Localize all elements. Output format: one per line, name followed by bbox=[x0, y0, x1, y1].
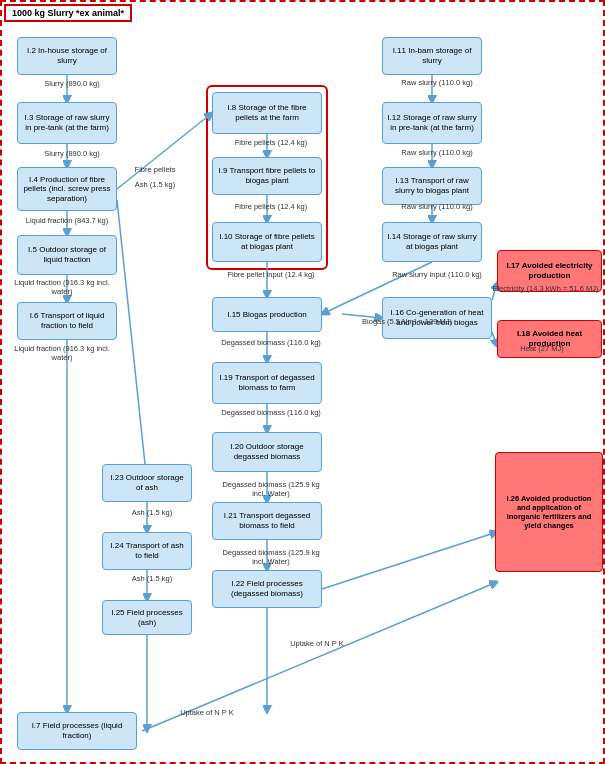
flow-fibre-pellets-3: Fibre pellets (12.4 kg) bbox=[217, 202, 325, 211]
box-i15: I.15 Biogas production bbox=[212, 297, 322, 332]
flow-raw-slurry-2: Raw slurry (110.0 kg) bbox=[387, 148, 487, 157]
flow-slurry-1: Slurry (890.0 kg) bbox=[22, 79, 122, 88]
box-i5: I.5 Outdoor storage of liquid fraction bbox=[17, 235, 117, 275]
box-i6: I.6 Transport of liquid fraction to fiel… bbox=[17, 302, 117, 340]
box-i12: I.12 Storage of raw slurry in pre-tank (… bbox=[382, 102, 482, 144]
flow-degassed-2: Degassed biomass (116.0 kg) bbox=[217, 408, 325, 417]
svg-line-25 bbox=[322, 532, 497, 589]
box-i14: I.14 Storage of raw slurry at biogas pla… bbox=[382, 222, 482, 262]
svg-line-6 bbox=[117, 113, 212, 189]
svg-line-7 bbox=[117, 200, 147, 483]
flow-liquid-2: Liquid fraction (916.3 kg incl. water) bbox=[12, 278, 112, 296]
flow-electricity: Electricity (14.3 kWh = 51.6 MJ) bbox=[488, 284, 603, 293]
flow-liquid-3: Liquid fraction (916.3 kg incl. water) bbox=[12, 344, 112, 362]
flow-heat: Heat (27 MJ) bbox=[502, 344, 582, 353]
flow-degassed-3: Degassed biomass (125.9 kg incl. Water) bbox=[217, 480, 325, 498]
box-i11: I.11 In-barn storage of slurry bbox=[382, 37, 482, 75]
flow-degassed-1: Degassed biomass (116.0 kg) bbox=[217, 338, 325, 347]
box-i26: I.26 Avoided production and application … bbox=[495, 452, 603, 572]
flow-npk-2: Uptake of N P K bbox=[142, 708, 272, 717]
box-i8: I.8 Storage of the fibre pellets at the … bbox=[212, 92, 322, 134]
box-i10: I.10 Storage of fibre pellets at biogas … bbox=[212, 222, 322, 262]
box-i19: I.19 Transport of degassed biomass to fa… bbox=[212, 362, 322, 404]
flow-ash-label: Ash (1.5 kg) bbox=[120, 180, 190, 189]
box-i20: I.20 Outdoor storage degassed biomass bbox=[212, 432, 322, 472]
flow-ash-2: Ash (1.5 kg) bbox=[108, 508, 196, 517]
flow-liquid-1: Liquid fraction (843.7 kg) bbox=[17, 216, 117, 225]
box-i23: I.23 Outdoor storage of ash bbox=[102, 464, 192, 502]
box-i24: I.24 Transport of ash to field bbox=[102, 532, 192, 570]
flow-degassed-4: Degassed biomass (125.9 kg incl. Water) bbox=[217, 548, 325, 566]
diagram-container: 1000 kg Slurry *ex animal* bbox=[0, 0, 605, 764]
box-i22: I.22 Field processes (degassed biomass) bbox=[212, 570, 322, 608]
flow-raw-slurry-4: Raw slurry input (110.0 kg) bbox=[387, 270, 487, 279]
box-i3: I.3 Storage of raw slurry in pre-tank (a… bbox=[17, 102, 117, 144]
flow-fibre-pellets-2: Fibre pellets (12.4 kg) bbox=[217, 138, 325, 147]
flow-fibre-pellets-4: Fibre pellet input (12.4 kg) bbox=[217, 270, 325, 279]
flow-biogas: Biogas (5.5 Nm³ = 129 MJ) bbox=[342, 317, 472, 326]
box-i9: I.9 Transport fibre pellets to biogas pl… bbox=[212, 157, 322, 195]
box-i25: I.25 Field processes (ash) bbox=[102, 600, 192, 635]
flow-slurry-2: Slurry (890.0 kg) bbox=[22, 149, 122, 158]
flow-fibre-pellets: Fibre pellets bbox=[120, 165, 190, 174]
box-i13: I.13 Transport of raw slurry to biogas p… bbox=[382, 167, 482, 205]
diagram-title: 1000 kg Slurry *ex animal* bbox=[4, 4, 132, 22]
box-i4: I.4 Production of fibre pellets (incl. s… bbox=[17, 167, 117, 211]
flow-ash-3: Ash (1.5 kg) bbox=[108, 574, 196, 583]
flow-raw-slurry-1: Raw slurry (110.0 kg) bbox=[387, 78, 487, 87]
box-i21: I.21 Transport degassed biomass to field bbox=[212, 502, 322, 540]
flow-raw-slurry-3: Raw slurry (110.0 kg) bbox=[387, 202, 487, 211]
box-i7: I.7 Field processes (liquid fraction) bbox=[17, 712, 137, 750]
flow-npk-1: Uptake of N P K bbox=[252, 639, 382, 648]
box-i2: I.2 In-house storage of slurry bbox=[17, 37, 117, 75]
